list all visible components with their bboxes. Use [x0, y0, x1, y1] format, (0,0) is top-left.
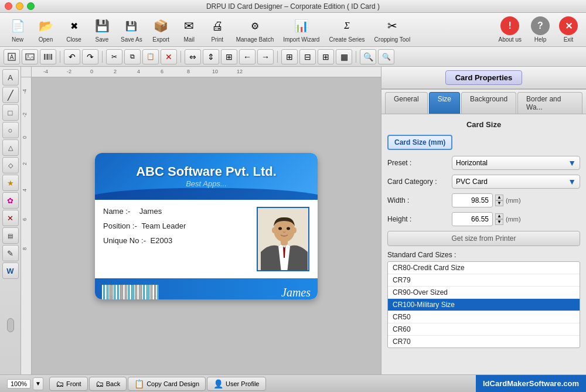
flip-v-btn[interactable]: ⇕: [203, 49, 219, 64]
size-item-cr70[interactable]: CR70: [388, 336, 580, 347]
toolbar-sep-2: [102, 51, 103, 63]
toolbar-export[interactable]: 📦 Export: [148, 15, 174, 44]
toolbar-exit[interactable]: ✕ Exit: [556, 15, 581, 44]
image-tool-btn[interactable]: [22, 49, 38, 64]
user-profile-button[interactable]: 👤 User Profile: [207, 377, 265, 391]
delete-btn[interactable]: ✕: [161, 49, 177, 64]
toolbar-close[interactable]: ✖ Close: [61, 15, 87, 44]
size-item-cr90[interactable]: CR90-Over Sized: [388, 287, 580, 299]
tool-flower[interactable]: ✿: [2, 192, 19, 209]
width-input[interactable]: [452, 193, 493, 207]
tool-rect[interactable]: □: [2, 104, 19, 121]
tool-ellipse[interactable]: ○: [2, 122, 19, 138]
height-input[interactable]: [452, 212, 493, 226]
secondary-toolbar: A ↶ ↷ ✂ ⧉ 📋 ✕ ⇔ ⇕ ⊞ ← → ⊞ ⊟ ⊞ ▦ 🔍 🔍: [0, 47, 586, 67]
size-item-cr100[interactable]: CR100-Military Size: [388, 299, 580, 311]
tool-text[interactable]: A: [2, 69, 19, 86]
tool-word[interactable]: W: [2, 263, 19, 279]
tab-size[interactable]: Size: [429, 92, 460, 114]
table-btn[interactable]: ▦: [336, 49, 352, 64]
toolbar-close-label: Close: [66, 36, 81, 43]
zoom-in-btn[interactable]: 🔍: [360, 49, 376, 64]
tool-pen[interactable]: ✎: [2, 245, 19, 261]
help-icon: ?: [531, 16, 550, 35]
back-icon: 🗂: [96, 379, 104, 388]
width-down-btn[interactable]: ▼: [495, 200, 503, 206]
tool-diamond[interactable]: ◇: [2, 157, 19, 173]
close-button[interactable]: [5, 2, 12, 10]
size-item-cr80[interactable]: CR80-Credit Card Size: [388, 262, 580, 274]
width-value-area: ▲ ▼ (mm): [452, 193, 580, 207]
front-button[interactable]: 🗂 Front: [49, 377, 88, 391]
tab-background[interactable]: Background: [461, 92, 516, 114]
crop-icon: ✂: [383, 16, 401, 35]
scroll-handle[interactable]: [7, 318, 14, 332]
size-item-cr60[interactable]: CR60: [388, 323, 580, 336]
preset-dropdown[interactable]: Horizontal ▼: [452, 156, 580, 170]
toolbar-sep-1: [60, 51, 60, 63]
flip-h-btn[interactable]: ⇔: [185, 49, 201, 64]
zoom-out-btn[interactable]: 🔍: [378, 49, 394, 64]
move-right-btn[interactable]: →: [257, 49, 274, 64]
size-item-cr79[interactable]: CR79: [388, 274, 580, 287]
tab-border[interactable]: Border and Wa...: [517, 92, 582, 114]
size-item-cr50[interactable]: CR50: [388, 311, 580, 323]
toolbar-print-label: Print: [211, 36, 223, 43]
move-left-btn[interactable]: ←: [239, 49, 255, 64]
width-up-btn[interactable]: ▲: [495, 195, 503, 200]
card-properties-title: Card Properties: [445, 70, 523, 85]
width-spinner[interactable]: ▲ ▼: [495, 195, 503, 206]
height-down-btn[interactable]: ▼: [495, 219, 503, 225]
toolbar-save-label: Save: [96, 36, 109, 43]
toolbar-mail[interactable]: ✉ Mail: [176, 15, 202, 44]
toolbar-crop[interactable]: ✂ Cropping Tool: [371, 15, 414, 44]
copy-btn[interactable]: ⧉: [124, 49, 141, 64]
id-card-footer: James: [95, 278, 318, 299]
align-btn[interactable]: ⊞: [221, 49, 237, 64]
toolbar-open[interactable]: 📂 Open: [33, 15, 59, 44]
add-col-btn[interactable]: ⊞: [281, 49, 298, 64]
minimize-button[interactable]: [16, 2, 23, 10]
id-card[interactable]: ABC Software Pvt. Ltd. Best Apps... Name…: [95, 153, 318, 299]
toolbar-print[interactable]: 🖨 Print: [205, 15, 230, 44]
card-size-box: Card Size (mm): [387, 135, 452, 150]
paste-btn[interactable]: 📋: [142, 49, 159, 64]
tool-line[interactable]: ╱: [2, 87, 19, 103]
toolbar-about[interactable]: ! About us: [495, 15, 525, 44]
tool-triangle[interactable]: △: [2, 139, 19, 156]
toolbar-batch[interactable]: ⚙ Manage Batch: [233, 15, 278, 44]
height-spinner[interactable]: ▲ ▼: [495, 213, 503, 225]
get-size-printer-button[interactable]: Get size from Printer: [387, 231, 580, 246]
preset-dropdown-arrow: ▼: [568, 158, 576, 168]
maximize-button[interactable]: [27, 2, 35, 10]
zoom-dropdown-btn[interactable]: ▼: [33, 377, 43, 390]
left-tools-panel: A ╱ □ ○ △ ◇ ★ ✿ ✕ ▤ ✎ W: [0, 67, 21, 374]
toolbar-series[interactable]: Σ Create Series: [325, 15, 368, 44]
toolbar-import[interactable]: 📊 Import Wizard: [280, 15, 323, 44]
add-row-btn[interactable]: ⊟: [299, 49, 316, 64]
copy-card-button[interactable]: 📋 Copy Card Design: [128, 377, 206, 391]
tab-general[interactable]: General: [385, 92, 428, 114]
toolbar-new[interactable]: 📄 New: [5, 15, 30, 44]
text-tool-btn[interactable]: A: [4, 49, 20, 64]
tool-star[interactable]: ★: [2, 175, 19, 191]
height-up-btn[interactable]: ▲: [495, 213, 503, 219]
toolbar-save[interactable]: 💾 Save: [89, 15, 115, 44]
undo-btn[interactable]: ↶: [64, 49, 80, 64]
tool-cross[interactable]: ✕: [2, 210, 19, 226]
cut-btn[interactable]: ✂: [106, 49, 122, 64]
barcode-tool-btn[interactable]: [40, 49, 56, 64]
canvas-content[interactable]: ABC Software Pvt. Ltd. Best Apps... Name…: [32, 77, 381, 374]
back-button[interactable]: 🗂 Back: [89, 377, 127, 391]
close-icon: ✖: [64, 16, 83, 35]
grid-btn[interactable]: ⊞: [318, 49, 334, 64]
brand-footer: IdCardMakerSoftware.com: [476, 375, 586, 393]
exit-icon: ✕: [559, 16, 578, 35]
toolbar-saveas[interactable]: 💾 Save As: [117, 15, 146, 44]
category-dropdown[interactable]: PVC Card ▼: [452, 175, 580, 189]
export-icon: 📦: [152, 16, 171, 35]
tool-barcode[interactable]: ▤: [2, 227, 19, 244]
unique-label: Unique No :-: [103, 236, 146, 245]
toolbar-help[interactable]: ? Help: [527, 15, 553, 44]
redo-btn[interactable]: ↷: [82, 49, 98, 64]
